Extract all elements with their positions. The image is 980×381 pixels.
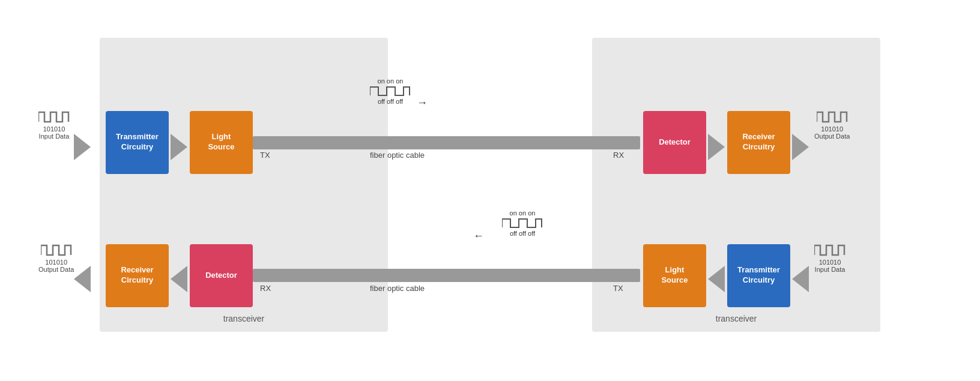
bottom-tx-label: TX — [613, 284, 623, 293]
bottom-fiber-label: fiber optic cable — [370, 284, 425, 293]
arrow-det-rec-left — [171, 266, 187, 295]
arrow-out-left — [74, 266, 91, 295]
left-transceiver-label: transceiver — [223, 314, 264, 323]
output-label-right: Output Data — [814, 133, 850, 140]
top-tx-label: TX — [260, 151, 270, 160]
input-code-right: 101010 — [819, 259, 841, 266]
bottom-left-receiver: Receiver Circuitry — [106, 244, 169, 307]
bottom-right-transmitter: Transmitter Circuitry — [727, 244, 790, 307]
arrow-rec-out — [792, 134, 809, 163]
output-label-left: Output Data — [38, 266, 74, 273]
top-right-receiver: Receiver Circuitry — [727, 111, 790, 174]
arrow-input-left — [74, 134, 91, 163]
top-off-label: off off off — [378, 98, 403, 105]
top-right-detector: Detector — [643, 111, 706, 174]
top-left-light-source: Light Source — [190, 111, 253, 174]
arrow-ls-tx-left — [708, 266, 725, 295]
arrow-det-rec — [708, 134, 725, 163]
bottom-off-label: off off off — [510, 230, 535, 237]
output-data-left: 101010 Output Data — [38, 242, 74, 273]
top-left-transmitter: Transmitter Circuitry — [106, 111, 169, 174]
bottom-signal-over: on on on off off off — [502, 209, 543, 237]
top-on-label: on on on — [378, 77, 404, 85]
bottom-cable — [253, 269, 640, 282]
top-signal-over: on on on off off off — [370, 77, 411, 105]
output-data-right: 101010 Output Data — [814, 109, 850, 140]
arrow-tx-ls — [171, 134, 187, 163]
output-code-right: 101010 — [821, 125, 843, 133]
right-transceiver-label: transceiver — [716, 314, 757, 323]
bottom-right-light-source: Light Source — [643, 244, 706, 307]
top-cable — [253, 136, 640, 149]
bottom-rx-label: RX — [260, 284, 271, 293]
diagram: transceiver transceiver 101010 Input Dat… — [28, 20, 952, 362]
bottom-signal-arrow: ← — [473, 230, 484, 242]
bottom-left-detector: Detector — [190, 244, 253, 307]
top-fiber-label: fiber optic cable — [370, 151, 425, 160]
input-label-right: Input Data — [815, 266, 845, 273]
top-signal-arrow: → — [417, 97, 428, 109]
input-label-left: Input Data — [39, 133, 70, 140]
arrow-input-right — [792, 266, 809, 295]
input-code-left: 101010 — [43, 125, 65, 133]
input-data-left: 101010 Input Data — [38, 109, 70, 140]
bottom-on-label: on on on — [510, 209, 536, 217]
output-code-left: 101010 — [45, 259, 67, 266]
input-data-right: 101010 Input Data — [814, 242, 845, 273]
top-rx-label: RX — [613, 151, 624, 160]
